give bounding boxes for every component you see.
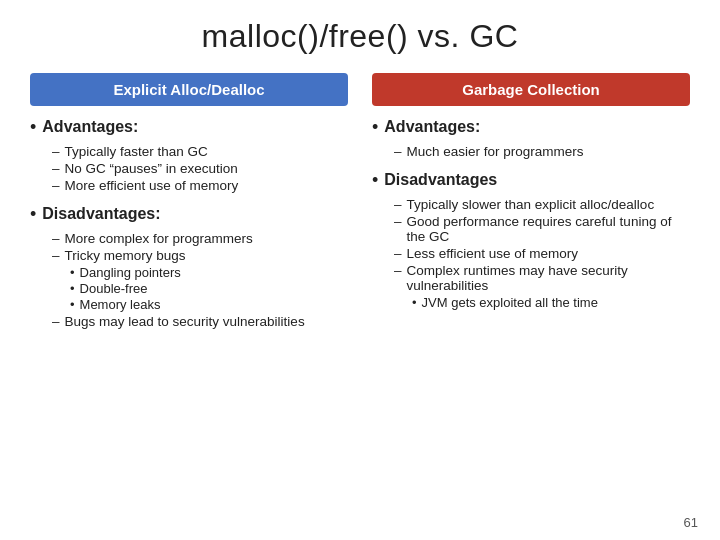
left-column: Explicit Alloc/Dealloc • Advantages: – T… (30, 73, 348, 524)
right-disadvantages-title: Disadvantages (384, 171, 497, 189)
right-disadv-4: – Complex runtimes may have security vul… (394, 263, 690, 293)
right-advantages-bullet: • Advantages: (372, 116, 690, 140)
left-disadv-2-sub-2: • Double-free (70, 281, 348, 296)
right-header: Garbage Collection (372, 73, 690, 106)
left-adv-1: – Typically faster than GC (52, 144, 348, 159)
right-disadvantages-bullet: • Disadvantages (372, 169, 690, 193)
page-number: 61 (684, 515, 698, 530)
right-advantages-title: Advantages: (384, 118, 480, 136)
right-advantages-list: – Much easier for programmers (372, 144, 690, 161)
slide-title: malloc()/free() vs. GC (30, 18, 690, 55)
left-disadv-1: – More complex for programmers (52, 231, 348, 246)
left-disadv-2: – Tricky memory bugs (52, 248, 348, 263)
left-disadvantages-title: Disadvantages: (42, 205, 160, 223)
bullet-dot: • (30, 116, 36, 139)
right-disadvantages-list: – Typically slower than explicit alloc/d… (372, 197, 690, 312)
left-disadvantages-bullet: • Disadvantages: (30, 203, 348, 227)
right-adv-1: – Much easier for programmers (394, 144, 690, 159)
left-disadv-3: – Bugs may lead to security vulnerabilit… (52, 314, 348, 329)
right-disadv-3: – Less efficient use of memory (394, 246, 690, 261)
left-adv-3: – More efficient use of memory (52, 178, 348, 193)
slide: malloc()/free() vs. GC Explicit Alloc/De… (0, 0, 720, 540)
left-disadv-2-subitems: • Dangling pointers • Double-free • Memo… (52, 265, 348, 312)
left-disadvantages-list: – More complex for programmers – Tricky … (30, 231, 348, 331)
bullet-dot-2: • (30, 203, 36, 226)
bullet-dot-4: • (372, 169, 378, 192)
left-advantages-title: Advantages: (42, 118, 138, 136)
right-disadv-4-sub-1: • JVM gets exploited all the time (412, 295, 690, 310)
right-disadv-2: – Good performance requires careful tuni… (394, 214, 690, 244)
left-disadv-2-sub-1: • Dangling pointers (70, 265, 348, 280)
left-header: Explicit Alloc/Dealloc (30, 73, 348, 106)
left-disadv-2-sub-3: • Memory leaks (70, 297, 348, 312)
right-disadv-1: – Typically slower than explicit alloc/d… (394, 197, 690, 212)
left-adv-2: – No GC “pauses” in execution (52, 161, 348, 176)
right-column: Garbage Collection • Advantages: – Much … (372, 73, 690, 524)
columns: Explicit Alloc/Dealloc • Advantages: – T… (30, 73, 690, 524)
left-advantages-list: – Typically faster than GC – No GC “paus… (30, 144, 348, 195)
right-disadv-4-subitems: • JVM gets exploited all the time (394, 295, 690, 310)
bullet-dot-3: • (372, 116, 378, 139)
left-advantages-bullet: • Advantages: (30, 116, 348, 140)
